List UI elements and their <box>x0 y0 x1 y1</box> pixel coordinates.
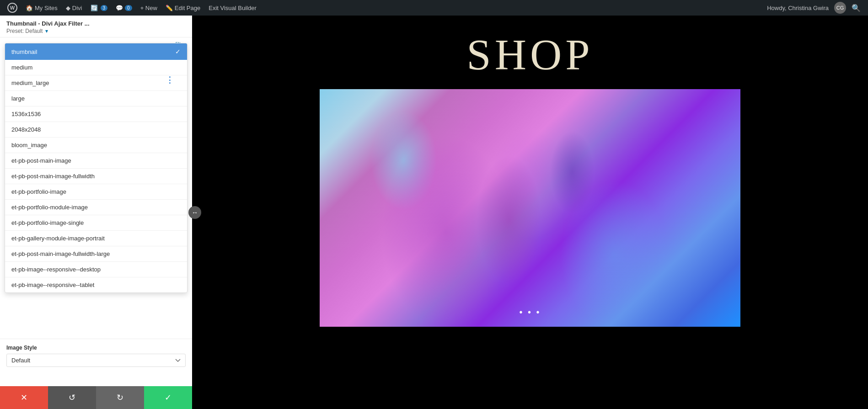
dropdown-item[interactable]: et-pb-post-main-image-fullwidth <box>5 169 187 184</box>
dropdown-selected-item[interactable]: thumbnail ✓ <box>5 43 187 60</box>
admin-bar: W 🏠 My Sites ◆ Divi 🔄 3 💬 0 + New ✏️ Edi… <box>0 0 868 16</box>
confirm-icon: ✓ <box>165 393 171 403</box>
hero-image-container: • • • <box>320 89 740 327</box>
dropdown-item[interactable]: bloom_image <box>5 138 187 153</box>
selected-item-label: thumbnail <box>11 48 37 55</box>
dropdown-item[interactable]: et-pb-gallery-module-image-portrait <box>5 231 187 246</box>
dropdown-item[interactable]: 1536x1536 <box>5 106 187 122</box>
redo-icon: ↻ <box>117 393 123 403</box>
image-size-dropdown[interactable]: thumbnail ✓ mediummedium_largelarge1536x… <box>5 43 188 293</box>
image-style-select[interactable]: Default Circle Rounded Shadow <box>6 354 186 367</box>
main-layout: Thumbnail - Divi Ajax Filter ... Preset:… <box>0 0 868 409</box>
dropdown-item[interactable]: 2048x2048 <box>5 122 187 138</box>
updates-button[interactable]: 🔄 3 <box>87 0 112 16</box>
redo-button[interactable]: ↻ <box>96 386 144 409</box>
dropdown-item[interactable]: medium_large <box>5 75 187 91</box>
edit-page-button[interactable]: ✏️ Edit Page <box>162 0 204 16</box>
undo-icon: ↺ <box>69 393 75 403</box>
refresh-icon: 🔄 <box>91 5 98 11</box>
exit-visual-builder-button[interactable]: Exit Visual Builder <box>205 0 260 16</box>
panel-preset: Preset: Default ▾ <box>6 28 186 34</box>
dots-text: • • • <box>519 307 541 318</box>
confirm-button[interactable]: ✓ <box>144 386 192 409</box>
shop-page-title: SHOP <box>466 29 593 80</box>
howdy-text: Howdy, Christina Gwira <box>763 5 832 11</box>
dropdown-item[interactable]: et-pb-image--responsive--tablet <box>5 277 187 292</box>
page-content-area: SHOP • • • <box>192 16 868 409</box>
undo-button[interactable]: ↺ <box>48 386 96 409</box>
dropdown-item[interactable]: et-pb-image--responsive--desktop <box>5 262 187 277</box>
dropdown-item[interactable]: et-pb-portfolio-module-image <box>5 200 187 215</box>
image-style-section: Image Style Default Circle Rounded Shado… <box>0 339 192 372</box>
home-icon: 🏠 <box>26 5 33 11</box>
action-bar: ✕ ↺ ↻ ✓ <box>0 386 192 409</box>
comment-icon: 💬 <box>116 5 123 11</box>
panel-options-button[interactable]: ⋮ <box>166 75 175 85</box>
user-avatar[interactable]: CG <box>834 2 846 14</box>
comments-button[interactable]: 💬 0 <box>112 0 136 16</box>
cancel-icon: ✕ <box>21 393 27 403</box>
dropdown-item[interactable]: large <box>5 91 187 106</box>
dropdown-item[interactable]: et-pb-portfolio-image-single <box>5 215 187 231</box>
cancel-button[interactable]: ✕ <box>0 386 48 409</box>
panel-title: Thumbnail - Divi Ajax Filter ... <box>6 20 186 27</box>
updates-count: 3 <box>101 5 108 11</box>
dropdown-item[interactable]: et-pb-post-main-image <box>5 153 187 169</box>
dropdown-item[interactable]: medium <box>5 60 187 75</box>
preset-arrow: ▾ <box>45 28 48 34</box>
settings-panel: Thumbnail - Divi Ajax Filter ... Preset:… <box>0 16 192 409</box>
wp-logo-icon: W <box>7 3 17 13</box>
resize-handle[interactable]: ↔ <box>188 206 201 219</box>
dropdown-list: mediummedium_largelarge1536x15362048x204… <box>5 60 187 292</box>
comments-count: 0 <box>125 5 132 11</box>
my-sites-button[interactable]: 🏠 My Sites <box>22 0 61 16</box>
divi-icon: ◆ <box>66 5 70 11</box>
divi-menu-button[interactable]: ◆ Divi <box>62 0 86 16</box>
search-icon[interactable]: 🔍 <box>848 4 864 12</box>
hero-image: • • • <box>320 89 740 327</box>
pencil-icon: ✏️ <box>166 5 173 11</box>
panel-header: Thumbnail - Divi Ajax Filter ... Preset:… <box>0 16 192 37</box>
new-content-button[interactable]: + New <box>137 0 161 16</box>
dropdown-item[interactable]: et-pb-post-main-image-fullwidth-large <box>5 246 187 262</box>
carousel-indicator[interactable]: • • • <box>519 307 541 318</box>
wp-logo-button[interactable]: W <box>4 0 21 16</box>
dropdown-item[interactable]: et-pb-portfolio-image <box>5 184 187 200</box>
image-style-label: Image Style <box>6 345 186 351</box>
checkmark-icon: ✓ <box>175 48 181 55</box>
